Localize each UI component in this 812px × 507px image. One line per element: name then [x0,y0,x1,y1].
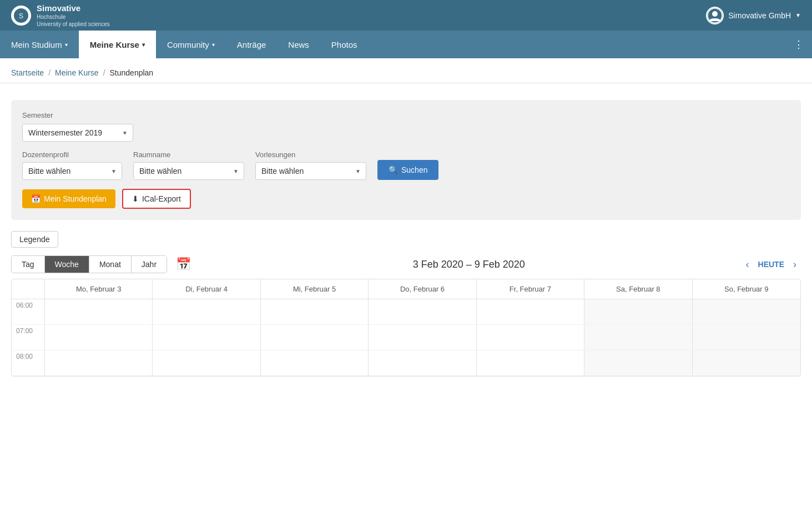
time-col-header [12,279,45,299]
main-content: Semester Wintersemester 2019 Sommersemes… [0,83,812,388]
view-tab-woche-label: Woche [55,260,79,269]
user-dropdown-chevron-icon: ▼ [795,12,801,18]
time-label-0700: 07:00 [12,325,45,350]
view-tab-tag[interactable]: Tag [12,256,45,273]
day-cell-fr-0800 [477,350,584,375]
raumname-label: Raumname [133,150,244,159]
mein-stundenplan-label: Mein Stundenplan [44,194,107,203]
day-cell-mo-0600 [45,299,153,324]
time-row-0800: 08:00 [12,350,800,376]
semester-select[interactable]: Wintersemester 2019 Sommersemester 2020 [22,124,133,142]
breadcrumb-sep-1: / [48,68,51,77]
day-cell-so-0800 [693,350,800,375]
breadcrumb: Startseite / Meine Kurse / Stundenplan [11,68,801,77]
logo-icon: S [11,6,31,26]
view-tab-tag-label: Tag [22,260,34,269]
time-label-0800: 08:00 [12,350,45,375]
user-name: Simovative GmbH [728,11,791,20]
mein-stundenplan-button[interactable]: 📅 Mein Stundenplan [22,189,115,208]
nav-label-mein-studium: Mein Studium [11,40,62,49]
download-icon: ⬇ [132,194,139,203]
nav-chevron-meine-kurse-icon: ▾ [142,42,145,48]
breadcrumb-startseite[interactable]: Startseite [11,68,44,77]
day-cell-mi-0600 [261,299,369,324]
nav-chevron-mein-studium-icon: ▾ [65,42,68,48]
nav-item-community[interactable]: Community ▾ [156,31,226,58]
legende-button[interactable]: Legende [11,231,58,248]
today-button[interactable]: HEUTE [754,258,789,271]
legende-label: Legende [19,235,50,244]
day-cell-sa-0600 [584,299,692,324]
search-label: Suchen [401,165,427,174]
view-tab-jahr[interactable]: Jahr [132,256,167,273]
nav-item-mein-studium[interactable]: Mein Studium ▾ [0,31,79,58]
calendar-controls: Tag Woche Monat Jahr 📅 3 Feb 2020 – 9 Fe… [11,255,801,273]
view-tab-woche[interactable]: Woche [45,256,89,273]
nav-item-news[interactable]: News [277,31,320,58]
day-cell-sa-0700 [584,325,692,350]
today-label: HEUTE [758,260,784,269]
nav-more-icon: ⋮ [794,38,804,51]
view-tab-monat-label: Monat [99,260,121,269]
view-tab-monat[interactable]: Monat [89,256,132,273]
top-header: S Simovative Hochschule University of ap… [0,0,812,31]
breadcrumb-meine-kurse[interactable]: Meine Kurse [55,68,99,77]
legende-row: Legende [11,231,801,248]
date-range: 3 Feb 2020 – 9 Feb 2020 [196,259,741,270]
semester-label: Semester [22,111,790,119]
logo-sub: Hochschule [37,13,110,21]
semester-select-wrapper: Wintersemester 2019 Sommersemester 2020 [22,124,133,142]
day-cell-fr-0600 [477,299,584,324]
day-header-mo: Mo, Februar 3 [45,279,153,299]
vorlesungen-group: Vorlesungen Bitte wählen [255,150,366,180]
nav-label-news: News [288,40,309,49]
day-cell-do-0800 [369,350,476,375]
ical-export-label: ICal-Export [142,194,181,203]
day-cell-di-0800 [153,350,260,375]
calendar-grid: Mo, Februar 3 Di, Februar 4 Mi, Februar … [11,279,801,377]
vorlesungen-label: Vorlesungen [255,150,366,159]
nav-label-community: Community [167,40,209,49]
nav-item-photos[interactable]: Photos [320,31,369,58]
time-row-0700: 07:00 [12,325,800,350]
next-week-button[interactable]: › [789,257,801,273]
vorlesungen-select[interactable]: Bitte wählen [255,162,366,180]
logo-tagline: University of applied sciences [37,21,110,28]
user-avatar-icon [706,7,724,24]
nav-item-antraege[interactable]: Anträge [226,31,278,58]
nav-more-button[interactable]: ⋮ [785,31,812,58]
day-cell-mi-0700 [261,325,369,350]
search-button[interactable]: 🔍 Suchen [377,160,438,180]
calendar-icon: 📅 [31,194,41,203]
day-header-so: So, Februar 9 [693,279,800,299]
dozentenprofil-group: Dozentenprofil Bitte wählen [22,150,122,180]
day-cell-di-0600 [153,299,260,324]
day-cell-so-0700 [693,325,800,350]
dozentenprofil-select-wrapper: Bitte wählen [22,162,122,180]
filter-box: Semester Wintersemester 2019 Sommersemes… [11,100,801,220]
ical-export-button[interactable]: ⬇ ICal-Export [122,189,191,209]
time-label-0600: 06:00 [12,299,45,324]
dozentenprofil-select[interactable]: Bitte wählen [22,162,122,180]
day-cell-do-0700 [369,325,476,350]
breadcrumb-section: Startseite / Meine Kurse / Stundenplan [0,58,812,83]
view-tabs: Tag Woche Monat Jahr [11,255,167,273]
filter-row: Dozentenprofil Bitte wählen Raumname Bit… [22,150,790,180]
breadcrumb-stundenplan: Stundenplan [110,68,154,77]
view-tab-jahr-label: Jahr [142,260,157,269]
next-arrow-icon: › [793,259,796,270]
logo-main: Simovative [37,3,110,14]
nav-item-meine-kurse[interactable]: Meine Kurse ▾ [79,31,156,58]
breadcrumb-sep-2: / [103,68,105,77]
day-cell-di-0700 [153,325,260,350]
calendar-pick-icon[interactable]: 📅 [176,257,191,272]
raumname-select[interactable]: Bitte wählen [133,162,244,180]
raumname-group: Raumname Bitte wählen [133,150,244,180]
user-menu[interactable]: Simovative GmbH ▼ [706,7,801,24]
raumname-select-wrapper: Bitte wählen [133,162,244,180]
calendar-body: 06:00 07:00 08:0 [12,299,800,376]
day-header-sa: Sa, Februar 8 [584,279,692,299]
search-icon: 🔍 [389,165,398,174]
prev-week-button[interactable]: ‹ [742,257,754,273]
day-cell-do-0600 [369,299,476,324]
